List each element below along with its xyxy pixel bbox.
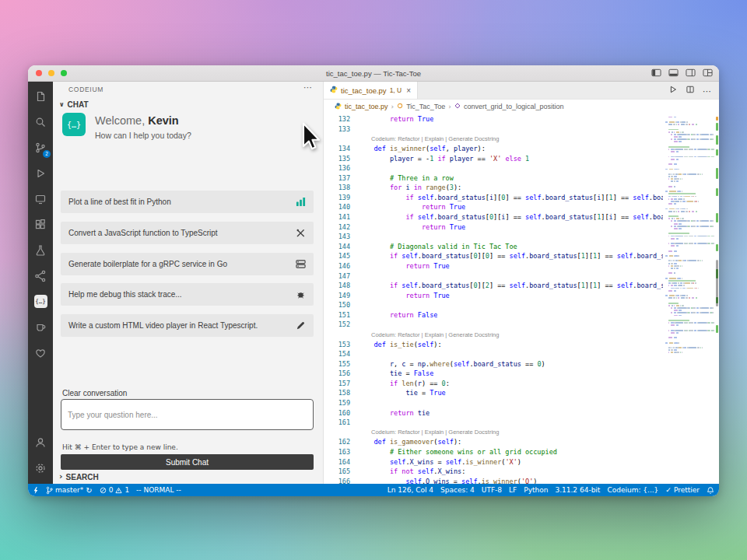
- code-line: 137 # Three in a row: [324, 173, 663, 183]
- toggle-secondary-sidebar-icon[interactable]: [686, 68, 696, 77]
- titlebar[interactable]: tic_tac_toe.py — Tic-Tac-Toe: [28, 65, 719, 82]
- suggestion-card[interactable]: Convert a JavaScript function to TypeScr…: [61, 222, 314, 244]
- traffic-lights: [36, 70, 67, 76]
- minimize-window-button[interactable]: [48, 70, 54, 76]
- breadcrumb: tic_tac_toe.py Tic_Tac_Toe convert_grid_…: [324, 100, 719, 114]
- vscode-window: tic_tac_toe.py — Tic-Tac-Toe 2: [28, 65, 719, 496]
- code-line: 165 if not self.X_wins:: [324, 467, 663, 477]
- code-line: Codeium: Refactor | Explain | Generate D…: [324, 428, 663, 438]
- breadcrumb-separator: [391, 103, 395, 110]
- remote-indicator-icon[interactable]: [33, 486, 39, 495]
- heart-icon[interactable]: [28, 340, 53, 366]
- scm-badge: 2: [43, 150, 51, 158]
- search-icon[interactable]: [28, 109, 53, 135]
- codelens-actions[interactable]: Codeium: Refactor | Explain | Generate D…: [371, 331, 499, 338]
- code-line: 147: [324, 271, 663, 281]
- suggestion-card[interactable]: Plot a line of best fit in Python: [61, 191, 314, 213]
- code-line: 146 return True: [324, 261, 663, 271]
- code-line: 142 return True: [324, 222, 663, 232]
- suggestion-label: Help me debug this stack trace...: [68, 290, 182, 299]
- code-line: 135 player = -1 if player == 'X' else 1: [324, 153, 663, 163]
- code-line: 153 def is_tie(self):: [324, 339, 663, 349]
- breadcrumb-file[interactable]: tic_tac_toe.py: [345, 103, 388, 110]
- run-debug-icon[interactable]: [28, 160, 53, 186]
- tab-tic-tac-toe[interactable]: tic_tac_toe.py 1, U: [324, 82, 418, 99]
- settings-gear-icon[interactable]: [28, 455, 53, 481]
- suggestion-card[interactable]: Help me debug this stack trace...: [61, 283, 314, 306]
- suggestion-card[interactable]: Write a custom HTML video player in Reac…: [61, 314, 314, 337]
- code-editor[interactable]: 132 return True133Codeium: Refactor | Ex…: [324, 114, 719, 484]
- eol-status[interactable]: LF: [509, 486, 517, 494]
- codeium-sidebar: CODEIUM CHAT Welcome, Kevin How can I he…: [53, 82, 324, 484]
- encoding-status[interactable]: UTF-8: [482, 486, 502, 494]
- branch-name: master*: [55, 486, 83, 494]
- sync-icon[interactable]: [86, 486, 92, 495]
- code-line: 156 tie = False: [324, 369, 663, 379]
- sidebar-title: CODEIUM: [68, 86, 103, 93]
- formatter-status[interactable]: Prettier: [665, 486, 700, 494]
- warning-count: 1: [124, 486, 129, 494]
- tab-close-icon[interactable]: [406, 86, 411, 95]
- scrollbar-thumb[interactable]: [716, 260, 718, 306]
- code-line: 160 return tie: [324, 408, 663, 418]
- suggestion-label: Convert a JavaScript function to TypeScr…: [68, 229, 218, 237]
- share-pipeline-icon[interactable]: [28, 263, 53, 289]
- chat-section-header[interactable]: CHAT: [59, 100, 89, 109]
- code-line: 154: [324, 349, 663, 359]
- indentation-status[interactable]: Spaces: 4: [440, 486, 475, 494]
- code-line: 151 return False: [324, 310, 663, 320]
- code-line: 140 return True: [324, 202, 663, 212]
- account-icon[interactable]: [28, 429, 53, 455]
- welcome-subtitle: How can I help you today?: [95, 131, 191, 140]
- explorer-icon[interactable]: [28, 83, 53, 109]
- close-window-button[interactable]: [36, 70, 42, 76]
- container-tools-icon[interactable]: [28, 314, 53, 340]
- python-file-icon: [335, 103, 342, 111]
- cursor-position-status[interactable]: Ln 126, Col 4: [388, 486, 433, 494]
- split-editor-icon[interactable]: [686, 83, 695, 97]
- git-branch-status[interactable]: master*: [46, 486, 93, 495]
- customize-layout-icon[interactable]: [703, 68, 713, 77]
- breadcrumb-separator: [448, 103, 451, 110]
- toggle-sidebar-icon[interactable]: [651, 68, 661, 77]
- tab-status-badge: 1, U: [390, 86, 402, 94]
- code-line: 143: [324, 232, 663, 242]
- clear-conversation-link[interactable]: Clear conversation: [62, 389, 127, 397]
- editor-more-actions-icon[interactable]: [703, 83, 711, 97]
- minimap[interactable]: [663, 116, 714, 484]
- breadcrumb-method[interactable]: convert_grid_to_logical_position: [464, 103, 564, 110]
- code-line: 133: [324, 124, 663, 135]
- sidebar-more-actions-icon[interactable]: [303, 82, 312, 93]
- code-line: 148 if self.board_status[0][2] == self.b…: [324, 281, 663, 291]
- code-line: 139 if self.board_status[i][0] == self.b…: [324, 193, 663, 203]
- search-section-header[interactable]: SEARCH: [59, 473, 99, 481]
- extensions-icon[interactable]: [28, 212, 53, 237]
- toggle-panel-icon[interactable]: [668, 68, 679, 77]
- notifications-bell-icon[interactable]: [707, 486, 714, 495]
- bug-icon: [296, 289, 306, 299]
- source-control-icon[interactable]: 2: [28, 135, 53, 160]
- python-interpreter-status[interactable]: 3.11.2 64-bit: [555, 486, 600, 494]
- code-line: 152: [324, 320, 663, 330]
- suggestion-card[interactable]: Generate boilerplate for a gRPC service …: [61, 253, 314, 275]
- run-file-icon[interactable]: [668, 83, 678, 97]
- code-line: 161: [324, 418, 663, 428]
- code-line: 138 for i in range(3):: [324, 183, 663, 193]
- language-mode-status[interactable]: Python: [524, 486, 548, 494]
- remote-explorer-icon[interactable]: [28, 186, 53, 212]
- class-symbol-icon: [397, 103, 403, 110]
- code-line: 136: [324, 163, 663, 173]
- codeium-status[interactable]: Codeium: {...}: [607, 486, 658, 494]
- testing-icon[interactable]: [28, 237, 53, 263]
- codelens-actions[interactable]: Codeium: Refactor | Explain | Generate D…: [371, 429, 499, 436]
- pencil-icon: [296, 320, 306, 331]
- zoom-window-button[interactable]: [61, 70, 67, 76]
- submit-chat-button[interactable]: Submit Chat: [61, 454, 314, 470]
- chevron-right-icon: [59, 474, 63, 481]
- code-line: 158 tie = True: [324, 388, 663, 398]
- codelens-actions[interactable]: Codeium: Refactor | Explain | Generate D…: [371, 135, 499, 142]
- problems-status[interactable]: 0 1: [100, 486, 129, 494]
- chat-input[interactable]: [61, 400, 313, 429]
- breadcrumb-class[interactable]: Tic_Tac_Toe: [406, 103, 445, 110]
- codeium-icon[interactable]: [28, 289, 53, 314]
